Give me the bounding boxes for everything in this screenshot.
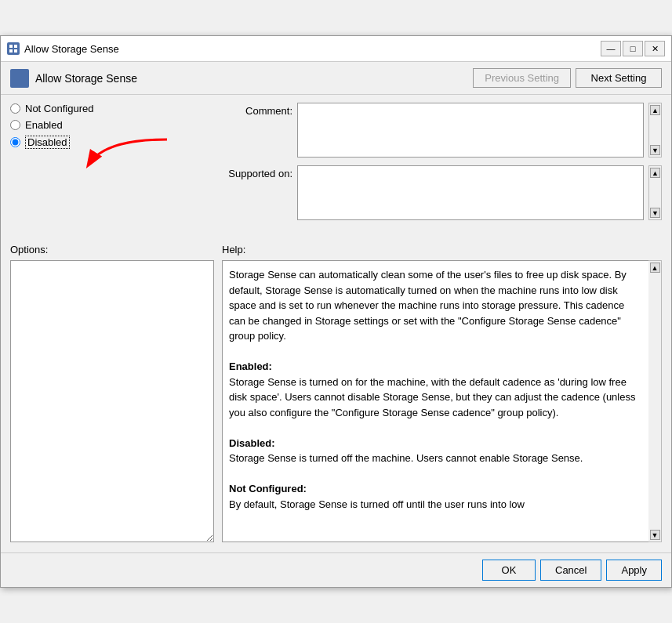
header-title: Allow Storage Sense [35,72,467,85]
svg-rect-2 [9,49,13,53]
policy-icon [10,69,29,88]
two-col-section: Options: Help: Storage Sense can automat… [1,236,671,552]
comment-scrollbar: ▲ ▼ [648,103,662,158]
right-panel: Comment: ▲ ▼ Supported on: ▲ ▼ [222,103,662,228]
left-panel: Not Configured Enabled Disabled [10,103,214,228]
comment-label: Comment: [222,103,292,117]
main-window: Allow Storage Sense — □ ✕ Allow Storage … [0,35,672,588]
help-paragraph-1: Storage Sense can automatically clean so… [229,267,642,344]
radio-not-configured-input[interactable] [10,103,20,114]
radio-not-configured[interactable]: Not Configured [10,103,214,114]
help-paragraph-disabled: Disabled:Storage Sense is turned off the… [229,436,642,466]
minimize-button[interactable]: — [601,41,621,56]
radio-group: Not Configured Enabled Disabled [10,103,214,149]
next-setting-button[interactable]: Next Setting [576,68,662,88]
window-title: Allow Storage Sense [24,43,596,55]
help-panel: Help: Storage Sense can automatically cl… [222,244,662,545]
ok-button[interactable]: OK [482,560,536,581]
help-box-wrapper: Storage Sense can automatically clean so… [222,260,662,542]
previous-setting-button[interactable]: Previous Setting [473,68,571,88]
help-scrollbar: ▲ ▼ [648,260,662,542]
comment-textarea[interactable] [297,103,644,158]
main-content: Not Configured Enabled Disabled [1,95,671,236]
radio-enabled-input[interactable] [10,120,20,130]
radio-disabled-label: Disabled [25,136,70,149]
supported-label: Supported on: [222,165,292,179]
supported-textarea[interactable] [297,165,644,220]
options-panel: Options: [10,244,214,545]
radio-disabled[interactable]: Disabled [10,136,214,149]
help-scroll-down[interactable]: ▼ [650,530,660,540]
help-text-box: Storage Sense can automatically clean so… [222,260,648,542]
window-controls: — □ ✕ [601,41,665,56]
comment-row: Comment: ▲ ▼ [222,103,662,158]
cancel-button[interactable]: Cancel [540,560,601,581]
supported-scrollbar: ▲ ▼ [648,165,662,220]
svg-rect-0 [9,45,13,48]
supported-scroll-up[interactable]: ▲ [650,168,660,178]
help-paragraph-not-configured: Not Configured:By default, Storage Sense… [229,481,642,512]
window-icon [7,42,20,55]
options-box[interactable] [10,260,214,542]
supported-row: Supported on: ▲ ▼ [222,165,662,220]
svg-rect-1 [14,45,17,48]
help-title: Help: [222,244,662,255]
header-bar: Allow Storage Sense Previous Setting Nex… [1,62,671,95]
apply-button[interactable]: Apply [606,560,662,581]
title-bar: Allow Storage Sense — □ ✕ [1,36,671,62]
radio-not-configured-label: Not Configured [25,103,93,114]
scroll-down-arrow[interactable]: ▼ [650,145,660,155]
options-title: Options: [10,244,214,255]
footer: OK Cancel Apply [1,552,671,587]
help-paragraph-enabled: Enabled:Storage Sense is turned on for t… [229,359,642,420]
nav-buttons: Previous Setting Next Setting [473,68,662,88]
supported-scroll-down[interactable]: ▼ [650,208,660,218]
close-button[interactable]: ✕ [645,41,665,56]
radio-enabled-label: Enabled [25,119,63,131]
scroll-up-arrow[interactable]: ▲ [650,105,660,115]
svg-rect-3 [14,49,17,53]
radio-enabled[interactable]: Enabled [10,119,214,131]
maximize-button[interactable]: □ [623,41,643,56]
help-scroll-up[interactable]: ▲ [650,263,660,273]
radio-disabled-input[interactable] [10,137,20,147]
